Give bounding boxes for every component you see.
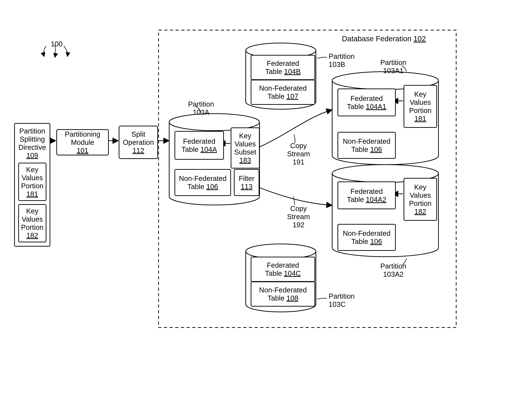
fed-104b-l1: Federated	[267, 59, 299, 67]
key-values-subset-183: Key Values Subset 183	[231, 128, 260, 169]
fed-table-104a1: Federated Table 104A1	[337, 88, 396, 116]
directive-kvp1-l1: Key	[26, 165, 38, 174]
kvp182-ref: 182	[414, 208, 426, 215]
kvp182-l2: Values	[410, 191, 431, 199]
copy192-l2: Stream	[287, 213, 310, 221]
partitioning-module-box: Partitioning Module 101	[56, 129, 109, 155]
federation-title: Database Federation 102	[342, 35, 426, 43]
kvs-l1: Key	[239, 132, 251, 140]
nonfed-table-107: Non-Federated Table 107	[251, 80, 315, 105]
directive-kvp1-ref: 181	[26, 190, 38, 198]
nonfed-106a-l1: Non-Federated	[179, 174, 227, 182]
fed-104a-l1: Federated	[183, 137, 215, 145]
fed-table-104b: Federated Table 104B	[251, 55, 315, 80]
nonfed-106a1-l1: Non-Federated	[343, 137, 390, 145]
partition-103a1-label: Partition 103A1	[374, 58, 413, 75]
fed-104b-l2: Table 104B	[265, 67, 301, 76]
kvs-l3: Subset	[234, 148, 256, 156]
fed-104a1-l2: Table 104A1	[347, 103, 386, 111]
directive-kvp1: Key Values Portion 181	[18, 163, 47, 201]
nonfed-106a-l2: Table 106	[187, 182, 218, 191]
nonfed-table-106-a1: Non-Federated Table 106	[337, 132, 396, 159]
copy191-l1: Copy	[290, 142, 307, 150]
copy191-l2: Stream	[287, 150, 310, 158]
partition-103a2-l2: 103A2	[383, 270, 404, 278]
fed-104a2-l2: Table 104A2	[347, 195, 386, 204]
nonfed-107-l1: Non-Federated	[259, 84, 307, 92]
fed-table-104a: Federated Table 104A	[175, 131, 224, 160]
split-op-ref: 112	[132, 146, 144, 155]
partition-103a1-l1: Partition	[380, 58, 406, 66]
directive-kvp2-l1: Key	[26, 207, 38, 215]
kvp181-ref: 181	[414, 115, 426, 123]
nonfed-106a1-l2: Table 106	[351, 145, 382, 153]
directive-kvp2-ref: 182	[26, 231, 38, 239]
nonfed-108-l1: Non-Federated	[259, 286, 307, 294]
copy-stream-191-label: Copy Stream 191	[283, 142, 314, 166]
nonfed-107-l2: Table 107	[267, 92, 298, 100]
directive-kvp2: Key Values Portion 182	[18, 204, 47, 242]
partition-103b-l2: 103B	[329, 61, 345, 68]
partition-103b-label: Partition 103B	[329, 52, 364, 69]
kvs-ref: 183	[239, 156, 251, 164]
partition-103a-label: Partition 103A	[183, 100, 219, 116]
partition-103a-l2: 103A	[193, 108, 209, 116]
figure-ref-text: 100	[51, 40, 63, 48]
directive-doc: Partition Splitting Directive 109 Key Va…	[14, 123, 50, 247]
filter-ref: 113	[241, 182, 253, 191]
kvp-182-a2: Key Values Portion 182	[404, 178, 437, 221]
partitioning-module-l1: Partitioning	[65, 130, 100, 138]
nonfed-108-l2: Table 108	[267, 294, 298, 302]
partitioning-module-l2: Module 101	[71, 138, 94, 155]
partition-103c-label: Partition 103C	[329, 292, 364, 308]
directive-l3: Directive	[18, 143, 46, 151]
nonfed-106a2-l2: Table 106	[351, 237, 382, 245]
directive-kvp2-l2: Values	[22, 215, 43, 223]
copy-stream-192-label: Copy Stream 192	[283, 204, 314, 229]
kvp181-l3: Portion	[409, 106, 432, 115]
directive-l2: Splitting	[20, 135, 45, 143]
partition-103a1-l2: 103A1	[383, 67, 404, 75]
kvp181-l1: Key	[414, 90, 426, 98]
split-op-l1: Split	[131, 130, 145, 138]
fed-104c-l2: Table 104C	[265, 269, 301, 277]
nonfed-106a2-l1: Non-Federated	[343, 229, 390, 237]
nonfed-table-108: Non-Federated Table 108	[251, 281, 315, 307]
nonfed-table-106-a: Non-Federated Table 106	[175, 169, 231, 196]
copy191-l3: 191	[293, 158, 305, 166]
kvp182-l3: Portion	[409, 199, 432, 208]
directive-ref: 109	[26, 151, 38, 159]
federation-title-text: Database Federation	[342, 35, 414, 43]
fed-table-104c: Federated Table 104C	[251, 257, 315, 282]
partition-103a-l1: Partition	[188, 100, 214, 108]
fed-104a1-l1: Federated	[350, 94, 383, 103]
split-operation-box: Split Operation 112	[119, 126, 158, 159]
directive-kvp1-l2: Values	[22, 174, 43, 182]
federation-ref: 102	[414, 35, 426, 43]
filter-l1: Filter	[239, 174, 254, 182]
nonfed-table-106-a2: Non-Federated Table 106	[337, 224, 396, 251]
kvp182-l1: Key	[414, 183, 426, 191]
fed-104a-l2: Table 104A	[181, 145, 217, 153]
partition-103a2-l1: Partition	[380, 262, 406, 270]
fed-104c-l1: Federated	[267, 261, 299, 269]
kvs-l2: Values	[235, 140, 256, 148]
figure-ref-100: 100	[46, 40, 67, 48]
partition-103b-l1: Partition	[329, 52, 355, 60]
fed-table-104a2: Federated Table 104A2	[337, 181, 396, 209]
kvp181-l2: Values	[410, 98, 431, 106]
kvp-181-a1: Key Values Portion 181	[404, 85, 437, 128]
copy192-l3: 192	[293, 221, 305, 229]
split-op-l2: Operation	[123, 138, 154, 146]
diagram-canvas: 100 Database Federation 102 Partition Sp…	[0, 0, 532, 396]
partition-103c-l1: Partition	[329, 292, 355, 300]
fed-104a2-l1: Federated	[350, 187, 383, 195]
directive-kvp2-l3: Portion	[21, 223, 44, 231]
partition-103c-l2: 103C	[329, 300, 346, 308]
directive-kvp1-l3: Portion	[21, 182, 44, 190]
directive-l1: Partition	[19, 127, 45, 135]
filter-113: Filter 113	[234, 169, 259, 196]
partition-103a2-label: Partition 103A2	[374, 262, 413, 278]
copy192-l1: Copy	[290, 205, 307, 212]
